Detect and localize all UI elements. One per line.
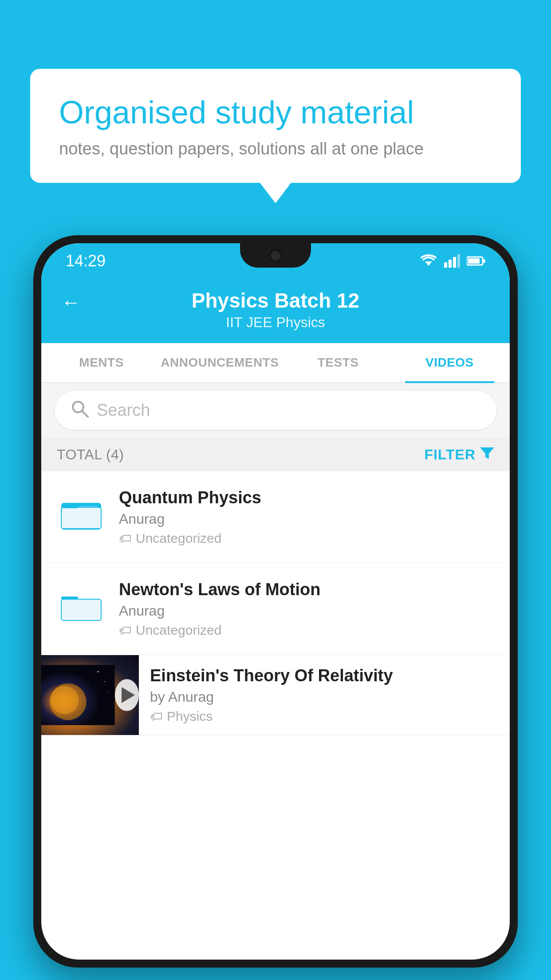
search-container: Search bbox=[41, 383, 510, 438]
filter-label: FILTER bbox=[424, 447, 476, 463]
tab-bar: MENTS ANNOUNCEMENTS TESTS VIDEOS bbox=[41, 343, 510, 383]
item-author: Anurag bbox=[119, 603, 494, 619]
svg-point-21 bbox=[108, 692, 109, 692]
item-thumbnail bbox=[57, 488, 106, 537]
folder-icon bbox=[59, 490, 103, 535]
svg-point-22 bbox=[94, 685, 95, 686]
total-count: TOTAL (4) bbox=[57, 447, 124, 463]
item-tag: 🏷 Physics bbox=[150, 709, 499, 724]
item-title: Newton's Laws of Motion bbox=[119, 580, 494, 599]
folder-icon bbox=[59, 582, 103, 627]
svg-rect-17 bbox=[61, 599, 101, 620]
play-button[interactable] bbox=[115, 679, 139, 711]
screen-subtitle: IIT JEE Physics bbox=[226, 314, 325, 331]
status-icons bbox=[420, 254, 485, 268]
search-bar[interactable]: Search bbox=[55, 391, 496, 430]
app-header: ← Physics Batch 12 IIT JEE Physics bbox=[41, 279, 510, 343]
item-info: Einstein's Theory Of Relativity by Anura… bbox=[139, 655, 510, 735]
svg-marker-10 bbox=[480, 447, 494, 459]
svg-point-19 bbox=[98, 671, 99, 672]
tag-icon: 🏷 bbox=[150, 709, 162, 724]
phone-outer: 14:29 bbox=[33, 235, 518, 968]
status-bar: 14:29 bbox=[41, 243, 510, 279]
wifi-icon bbox=[420, 254, 437, 268]
promo-section: Organised study material notes, question… bbox=[30, 69, 521, 183]
item-author: Anurag bbox=[119, 511, 494, 527]
tag-text: Physics bbox=[167, 709, 213, 724]
filter-bar: TOTAL (4) FILTER bbox=[41, 438, 510, 471]
tag-icon: 🏷 bbox=[119, 531, 131, 546]
item-thumbnail bbox=[57, 580, 106, 629]
status-time: 14:29 bbox=[66, 252, 106, 270]
camera-notch bbox=[269, 249, 282, 262]
svg-rect-6 bbox=[468, 258, 480, 264]
list-item[interactable]: Einstein's Theory Of Relativity by Anura… bbox=[41, 655, 510, 735]
phone-mockup: 14:29 bbox=[33, 235, 518, 980]
back-button[interactable]: ← bbox=[61, 291, 81, 313]
list-item[interactable]: Quantum Physics Anurag 🏷 Uncategorized bbox=[41, 471, 510, 563]
filter-button[interactable]: FILTER bbox=[424, 446, 494, 463]
svg-rect-3 bbox=[453, 257, 456, 268]
svg-point-20 bbox=[104, 681, 105, 682]
svg-point-24 bbox=[51, 686, 79, 714]
video-list: Quantum Physics Anurag 🏷 Uncategorized bbox=[41, 471, 510, 735]
svg-rect-2 bbox=[449, 260, 452, 268]
search-icon bbox=[70, 399, 89, 422]
svg-rect-14 bbox=[61, 507, 101, 529]
bubble-title: Organised study material bbox=[59, 93, 492, 131]
speech-bubble: Organised study material notes, question… bbox=[30, 69, 521, 183]
tab-videos[interactable]: VIDEOS bbox=[394, 343, 505, 382]
battery-icon bbox=[467, 256, 485, 266]
bubble-subtitle: notes, question papers, solutions all at… bbox=[59, 139, 492, 158]
search-placeholder: Search bbox=[97, 401, 150, 420]
item-info: Newton's Laws of Motion Anurag 🏷 Uncateg… bbox=[119, 580, 494, 638]
svg-rect-1 bbox=[444, 262, 447, 268]
item-author: by Anurag bbox=[150, 689, 499, 705]
list-item[interactable]: Newton's Laws of Motion Anurag 🏷 Uncateg… bbox=[41, 563, 510, 655]
tag-icon: 🏷 bbox=[119, 623, 131, 638]
item-info: Quantum Physics Anurag 🏷 Uncategorized bbox=[119, 488, 494, 546]
notch bbox=[240, 243, 311, 268]
item-tag: 🏷 Uncategorized bbox=[119, 623, 494, 638]
thumbnail-bg bbox=[41, 655, 115, 735]
tab-assignments[interactable]: MENTS bbox=[46, 343, 157, 382]
item-title: Einstein's Theory Of Relativity bbox=[150, 666, 499, 685]
item-tag: 🏷 Uncategorized bbox=[119, 531, 494, 546]
phone-screen: 14:29 bbox=[41, 243, 510, 960]
tag-text: Uncategorized bbox=[136, 623, 221, 638]
filter-icon bbox=[480, 446, 494, 463]
tab-announcements[interactable]: ANNOUNCEMENTS bbox=[157, 343, 282, 382]
signal-icon bbox=[444, 254, 460, 268]
item-title: Quantum Physics bbox=[119, 488, 494, 507]
screen-title: Physics Batch 12 bbox=[192, 288, 359, 312]
svg-line-9 bbox=[82, 411, 88, 417]
svg-marker-0 bbox=[425, 261, 432, 266]
svg-rect-4 bbox=[457, 254, 460, 268]
play-icon bbox=[122, 687, 135, 703]
svg-rect-7 bbox=[483, 259, 485, 263]
svg-rect-15 bbox=[61, 505, 78, 508]
video-thumbnail-image bbox=[41, 655, 139, 735]
tab-tests[interactable]: TESTS bbox=[283, 343, 394, 382]
tag-text: Uncategorized bbox=[136, 531, 221, 546]
